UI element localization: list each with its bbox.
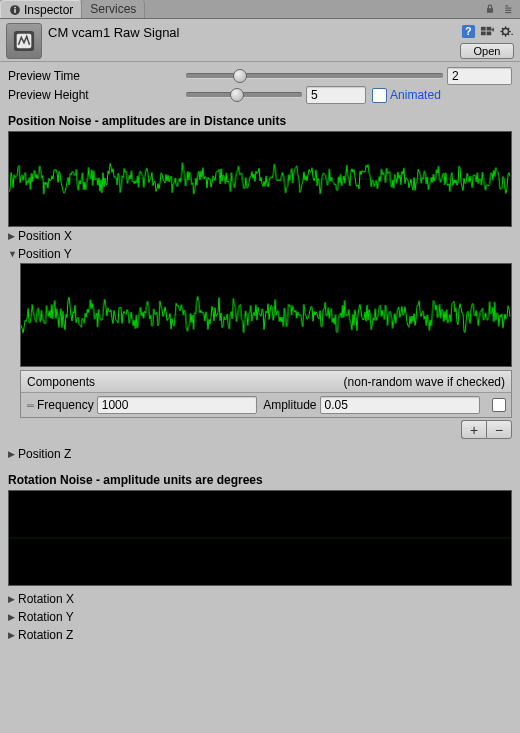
svg-rect-12: [487, 27, 492, 31]
lock-icon[interactable]: [482, 2, 497, 17]
preview-height-label: Preview Height: [8, 88, 186, 102]
components-header-left: Components: [27, 375, 95, 389]
animated-label: Animated: [390, 88, 441, 102]
foldout-rotation-y[interactable]: ▶ Rotation Y: [8, 608, 512, 626]
svg-rect-4: [505, 8, 511, 9]
rotation-noise-preview: [8, 490, 512, 586]
preset-icon[interactable]: [480, 24, 495, 39]
noise-asset-icon: [6, 23, 42, 59]
foldout-position-z[interactable]: ▶ Position Z: [8, 445, 512, 463]
preview-time-label: Preview Time: [8, 69, 186, 83]
preview-height-slider[interactable]: [186, 87, 302, 103]
info-icon: [9, 4, 21, 16]
svg-point-15: [503, 29, 509, 35]
foldout-label: Rotation Y: [18, 610, 74, 624]
svg-line-20: [502, 28, 503, 29]
foldout-position-x[interactable]: ▶ Position X: [8, 227, 512, 245]
components-header-right: (non-random wave if checked): [344, 375, 505, 389]
svg-rect-5: [505, 10, 511, 11]
foldout-rotation-x[interactable]: ▶ Rotation X: [8, 590, 512, 608]
frequency-label: Frequency: [37, 398, 94, 412]
svg-line-23: [508, 28, 509, 29]
svg-point-1: [14, 6, 16, 8]
component-row: ═ Frequency Amplitude: [21, 393, 511, 417]
services-tab-label: Services: [90, 2, 136, 16]
foldout-label: Rotation X: [18, 592, 74, 606]
svg-rect-3: [505, 5, 508, 6]
position-noise-preview: [8, 131, 512, 227]
nonrandom-checkbox[interactable]: [492, 398, 506, 412]
foldout-label: Position Z: [18, 447, 71, 461]
svg-rect-13: [481, 32, 486, 36]
foldout-position-y[interactable]: ▼ Position Y: [8, 245, 512, 263]
chevron-right-icon: ▶: [8, 449, 18, 459]
rotation-noise-heading: Rotation Noise - amplitude units are deg…: [8, 473, 512, 487]
gear-icon[interactable]: [499, 24, 514, 39]
svg-rect-11: [481, 27, 486, 31]
chevron-right-icon: ▶: [8, 630, 18, 640]
foldout-label: Position Y: [18, 247, 72, 261]
svg-rect-24: [511, 34, 513, 35]
chevron-right-icon: ▶: [8, 612, 18, 622]
svg-rect-14: [487, 32, 492, 36]
components-array: Components (non-random wave if checked) …: [20, 370, 512, 418]
asset-header: CM vcam1 Raw Signal ?: [0, 19, 520, 62]
svg-line-21: [508, 34, 509, 35]
foldout-label: Rotation Z: [18, 628, 73, 642]
preview-time-field[interactable]: [447, 67, 512, 85]
remove-component-button[interactable]: −: [486, 420, 512, 439]
preview-height-field[interactable]: [306, 86, 366, 104]
inspector-tab[interactable]: Inspector: [0, 0, 82, 18]
chevron-right-icon: ▶: [8, 231, 18, 241]
chevron-down-icon: ▼: [8, 249, 18, 259]
add-component-button[interactable]: +: [461, 420, 486, 439]
svg-rect-2: [14, 9, 16, 13]
foldout-label: Position X: [18, 229, 72, 243]
asset-title: CM vcam1 Raw Signal: [48, 23, 461, 40]
help-icon[interactable]: ?: [461, 24, 476, 39]
foldout-rotation-z[interactable]: ▶ Rotation Z: [8, 626, 512, 644]
frequency-field[interactable]: [97, 396, 257, 414]
svg-line-22: [502, 34, 503, 35]
position-noise-heading: Position Noise - amplitudes are in Dista…: [8, 114, 512, 128]
preview-time-slider[interactable]: [186, 68, 443, 84]
svg-text:?: ?: [465, 26, 471, 37]
animated-checkbox[interactable]: [372, 88, 387, 103]
amplitude-field[interactable]: [320, 396, 480, 414]
inspector-tab-label: Inspector: [24, 3, 73, 17]
svg-rect-6: [505, 12, 511, 13]
window-menu-icon[interactable]: [501, 2, 516, 17]
position-y-preview: [20, 263, 512, 367]
services-tab[interactable]: Services: [82, 0, 145, 18]
amplitude-label: Amplitude: [263, 398, 316, 412]
open-button[interactable]: Open: [460, 43, 514, 59]
chevron-right-icon: ▶: [8, 594, 18, 604]
drag-handle-icon[interactable]: ═: [23, 400, 37, 411]
tabs-spacer: [145, 0, 478, 18]
